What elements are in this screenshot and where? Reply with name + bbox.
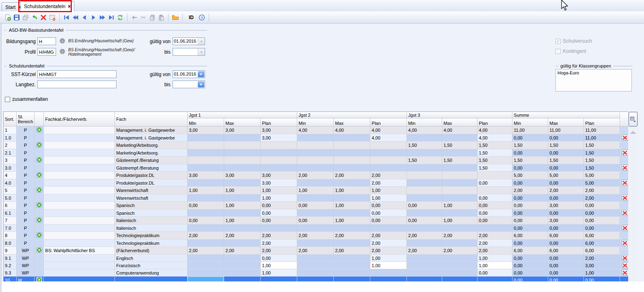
grid-cell[interactable]: 1,50 [478, 164, 512, 172]
grid-cell[interactable]: 3,00 [224, 172, 261, 179]
grid-cell[interactable] [407, 194, 442, 202]
klassengruppen-listbox[interactable]: Hoga-Euro [555, 69, 632, 92]
grid-cell[interactable]: 1,50 [478, 142, 512, 149]
expand-row-button[interactable] [36, 157, 42, 163]
grid-cell[interactable]: 1,50 [442, 142, 478, 149]
delete-row-button[interactable] [622, 165, 629, 171]
table-row[interactable]: 8PTechnologiepraktikum2,002,002,002,002,… [4, 232, 630, 240]
grid-cell[interactable] [442, 255, 478, 262]
grid-cell[interactable]: 1,00 [224, 217, 261, 224]
delete-row-button[interactable] [622, 210, 629, 216]
grid-cell[interactable] [297, 142, 334, 149]
gueltig-von-basis-combo[interactable]: 01.06.2016 ▾ [173, 37, 205, 45]
grid-cell[interactable]: 1,50 [548, 142, 584, 149]
grid-cell[interactable]: 2,00 [188, 232, 224, 240]
copy-icon[interactable] [148, 13, 157, 22]
grid-cell[interactable]: 0,00 [548, 255, 584, 262]
table-row[interactable]: 3PGästeempf./Beratung1,501,501,501,501,5… [4, 157, 630, 164]
grid-cell[interactable] [188, 255, 224, 262]
new-record-icon[interactable] [3, 13, 12, 22]
grid-cell[interactable]: 0,00 [548, 134, 584, 142]
grid-cell[interactable] [224, 142, 261, 149]
grid-cell[interactable] [334, 157, 370, 164]
duplicate-icon[interactable] [21, 13, 30, 22]
grid-cell[interactable] [224, 255, 261, 262]
grid-cell[interactable]: 3,00 [261, 179, 297, 187]
grid-cell[interactable]: 0,00 [188, 202, 224, 209]
grid-cell[interactable]: 2,00 [584, 255, 620, 262]
table-row[interactable]: 9.1WPEnglisch0,001,001,000,000,002,00 [4, 255, 630, 262]
grid-cell[interactable] [224, 269, 261, 277]
table-row[interactable]: 4.0PProdukte/gastor.DL3,002,000,000,000,… [4, 179, 630, 187]
grid-cell[interactable] [370, 224, 407, 232]
grid-cell[interactable]: 4,00 [334, 126, 370, 134]
grid-cell[interactable]: 0,00 [512, 262, 548, 269]
grid-cell[interactable]: 0,00 [548, 240, 584, 247]
grid-cell[interactable]: 0,00 [548, 269, 584, 277]
grid-cell[interactable]: 0,00 [261, 217, 297, 224]
grid-cell[interactable] [370, 269, 407, 277]
grid-cell[interactable]: 2,00 [478, 232, 512, 240]
grid-cell[interactable]: 1,50 [407, 142, 442, 149]
grid-cell[interactable]: 1,00 [334, 202, 370, 209]
next-record-icon[interactable] [89, 13, 98, 22]
chevron-down-icon[interactable]: ▼ [198, 81, 204, 87]
bildungsgang-field[interactable] [37, 37, 56, 45]
grid-cell[interactable]: 2,00 [370, 179, 407, 187]
grid-scrollbar[interactable] [628, 111, 638, 281]
table-row[interactable]: 5.0PWarenwirtschaft1,001,000,000,000,002… [4, 194, 630, 202]
grid-cell[interactable] [407, 134, 442, 142]
grid-cell[interactable]: 0,00 [548, 224, 584, 232]
grid-cell[interactable]: 3,00 [548, 202, 584, 209]
list-item[interactable]: Hoga-Euro [558, 70, 630, 75]
grid-cell[interactable] [334, 164, 370, 172]
grid-cell[interactable] [442, 240, 478, 247]
edit-dataset-icon[interactable] [48, 13, 57, 22]
grid-cell[interactable]: 1,00 [370, 187, 407, 194]
grid-cell[interactable]: 2,00 [334, 232, 370, 240]
grid-cell[interactable]: 6,00 [584, 232, 620, 240]
sst-kuerzel-field[interactable] [37, 70, 117, 78]
grid-cell[interactable] [188, 224, 224, 232]
grid-cell[interactable]: 1,00 [478, 255, 512, 262]
fast-rewind-icon[interactable] [71, 13, 80, 22]
table-row[interactable]: 5PWarenwirtschaft1,001,001,001,001,001,0… [4, 187, 630, 194]
grid-cell[interactable] [224, 149, 261, 157]
grid-cell[interactable]: 2,00 [188, 247, 224, 255]
grid-cell[interactable] [442, 262, 478, 269]
grid-cell[interactable] [224, 209, 261, 217]
grid-cell[interactable]: 0,00 [407, 217, 442, 224]
table-row[interactable]: 6PSpanisch0,001,000,000,001,000,000,001,… [4, 202, 630, 209]
grid-cell[interactable]: 3,00 [261, 126, 297, 134]
grid-cell[interactable]: 2,00 [334, 172, 370, 179]
grid-cell[interactable]: 0,00 [548, 164, 584, 172]
grid-cell[interactable]: 2,00 [407, 247, 442, 255]
grid-cell[interactable]: 1,00 [261, 194, 297, 202]
grid-cell[interactable] [442, 179, 478, 187]
grid-cell[interactable]: 1,00 [334, 187, 370, 194]
grid-cell[interactable]: 2,00 [261, 247, 297, 255]
table-row[interactable]: 7.0PItalienisch0,000,000,00 [4, 224, 630, 232]
grid-cell[interactable]: 1,50 [442, 157, 478, 164]
grid-cell[interactable] [224, 179, 261, 187]
table-row[interactable]: 9.2WPFranzösisch1,001,001,000,000,003,00 [4, 262, 630, 269]
grid-cell[interactable] [297, 224, 334, 232]
grid-cell[interactable]: 2,00 [442, 247, 478, 255]
grid-cell[interactable]: 1,00 [297, 187, 334, 194]
grid-cell[interactable]: 4,00 [297, 126, 334, 134]
previous-record-icon[interactable] [80, 13, 89, 22]
table-row[interactable]: 2PMarketing/Arbeitsorg.1,501,501,501,501… [4, 142, 630, 149]
grid-cell[interactable]: 11,00 [584, 134, 620, 142]
table-row[interactable]: 6.1PSpanisch0,000,000,000,000,000,00 [4, 209, 630, 217]
grid-cell[interactable]: 1,50 [478, 149, 512, 157]
grid-cell[interactable] [224, 157, 261, 164]
grid-cell[interactable] [224, 240, 261, 247]
delete-row-button[interactable] [622, 195, 629, 201]
grid-cell[interactable]: 2,00 [297, 172, 334, 179]
grid-cell[interactable] [407, 149, 442, 157]
grid-cell[interactable]: 4,00 [478, 134, 512, 142]
delete-row-button[interactable] [622, 255, 629, 261]
grid-cell[interactable] [334, 179, 370, 187]
gueltig-von-sst-combo[interactable]: 01.06.2016 ▼ [173, 70, 205, 78]
grid-cell[interactable]: 3,00 [261, 172, 297, 179]
